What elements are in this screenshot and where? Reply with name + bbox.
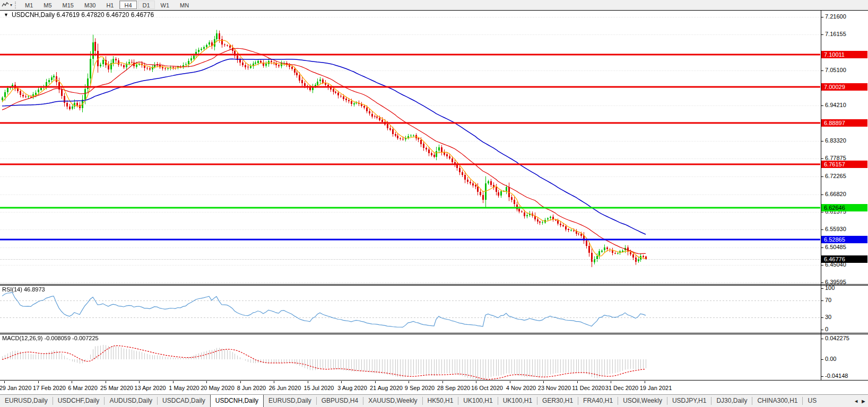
time-axis-label: 29 Jan 2020 [0, 385, 31, 391]
tab-eurusd-daily[interactable]: EURUSD,Daily [264, 395, 316, 407]
time-axis-label: 1 May 2020 [169, 385, 199, 391]
time-axis-label: 15 Jul 2020 [304, 385, 334, 391]
time-axis-label: 26 Jun 2020 [269, 385, 301, 391]
chart-tab-bar: EURUSD,DailyUSDCHF,DailyAUDUSD,DailyUSDC… [0, 394, 868, 407]
time-axis-tick [510, 381, 510, 383]
timeframe-button-mn[interactable]: MN [175, 1, 194, 9]
time-axis-tick [341, 381, 342, 383]
time-axis-tick [375, 381, 376, 383]
symbol-ohlc-text: USDCNH,Daily 6.47619 6.47820 6.46720 6.4… [12, 11, 154, 19]
time-axis-label: 17 Feb 2020 [33, 385, 66, 391]
time-axis[interactable]: 29 Jan 202017 Feb 20206 Mar 202025 Mar 2… [0, 381, 868, 394]
time-axis-label: 19 Jan 2021 [640, 385, 672, 391]
mt4-terminal: ▾ M1M5M15M30H1H4D1W1MN ▼USDCNH,Daily 6.4… [0, 0, 868, 407]
tab-china300-h1[interactable]: CHINA300,H1 [752, 395, 802, 407]
tab-dj30-daily[interactable]: DJ30,Daily [711, 395, 752, 407]
macd-label: MACD(12,26,9) -0.008059 -0.007225 [2, 335, 99, 341]
time-axis-tick [4, 381, 5, 383]
toolbar-grip[interactable] [15, 2, 17, 8]
chart-info-line: ▼USDCNH,Daily 6.47619 6.47820 6.46720 6.… [4, 11, 154, 19]
tab-usdcad-daily[interactable]: USDCAD,Daily [158, 395, 210, 407]
tab-uk100-h1[interactable]: UK100,H1 [458, 395, 497, 407]
time-axis-tick [645, 381, 645, 383]
time-axis-label: 28 Sep 2020 [437, 385, 470, 391]
tab-usdjpy-h1[interactable]: USDJPY,H1 [667, 395, 711, 407]
tab-scroll-arrows: ◄ ► [852, 395, 868, 407]
tab-xauusd-weekly[interactable]: XAUUSD,Weekly [363, 395, 422, 407]
time-axis-tick [308, 381, 308, 383]
macd-date-separator [0, 380, 868, 381]
time-axis-label: 16 Oct 2020 [471, 385, 503, 391]
rsi-macd-separator[interactable] [0, 333, 868, 333]
tab-audusd-daily[interactable]: AUDUSD,Daily [105, 395, 157, 407]
timeframe-button-h1[interactable]: H1 [101, 1, 118, 9]
time-axis-label: 25 Mar 2020 [100, 385, 133, 391]
time-axis-tick [611, 381, 611, 383]
time-axis-label: 4 Nov 2020 [506, 385, 536, 391]
macd-indicator-canvas[interactable] [0, 334, 820, 380]
time-axis-tick [106, 381, 106, 383]
time-axis-tick [38, 381, 39, 383]
tab-hk50-h1[interactable]: HK50,H1 [423, 395, 458, 407]
one-click-trading-arrow-icon[interactable]: ▼ [4, 12, 8, 17]
tab-scroll-right-icon[interactable]: ► [861, 398, 866, 404]
time-axis-label: 31 Dec 2020 [605, 385, 638, 391]
time-axis-tick [274, 381, 274, 383]
time-axis-tick [72, 381, 72, 383]
timeframe-button-m5[interactable]: M5 [39, 1, 56, 9]
timeframe-button-d1[interactable]: D1 [138, 1, 155, 9]
rsi-indicator-canvas[interactable] [0, 286, 820, 333]
tab-usdchf-daily[interactable]: USDCHF,Daily [53, 395, 105, 407]
time-axis-label: 3 Aug 2020 [337, 385, 367, 391]
tab-usoil-weekly[interactable]: USOil,Weekly [618, 395, 667, 407]
time-axis-tick [206, 381, 207, 383]
timeframe-button-m30[interactable]: M30 [80, 1, 100, 9]
tab-us[interactable]: US [803, 395, 817, 407]
tab-ger30-h1[interactable]: GER30,H1 [537, 395, 578, 407]
timeframe-button-h4[interactable]: H4 [119, 1, 136, 9]
time-axis-label: 21 Aug 2020 [370, 385, 403, 391]
time-axis-tick [543, 381, 544, 383]
time-axis-tick [173, 381, 173, 383]
price-chart-canvas[interactable] [0, 11, 820, 284]
tab-scroll-left-icon[interactable]: ◄ [854, 399, 858, 404]
price-axis-border [821, 10, 821, 381]
time-axis-tick [442, 381, 443, 383]
time-axis-tick [476, 381, 476, 383]
main-rsi-separator[interactable] [0, 284, 868, 285]
timeframe-button-m1[interactable]: M1 [20, 1, 38, 9]
chart-tool-icon[interactable] [1, 1, 10, 8]
tab-gbpusd-h4[interactable]: GBPUSD,H4 [317, 395, 363, 407]
time-axis-label: 8 Jun 2020 [237, 385, 266, 391]
tab-eurusd-daily[interactable]: EURUSD,Daily [0, 395, 53, 407]
rsi-label: RSI(14) 46.8973 [2, 286, 45, 293]
tab-uk100-h1[interactable]: UK100,H1 [498, 395, 537, 407]
time-axis-tick [409, 381, 409, 383]
dropdown-caret-icon[interactable]: ▾ [10, 3, 12, 7]
time-axis-tick [577, 381, 578, 383]
timeframe-button-m15[interactable]: M15 [58, 1, 79, 9]
time-axis-label: 9 Sep 2020 [405, 385, 435, 391]
timeframe-toolbar: ▾ M1M5M15M30H1H4D1W1MN [0, 0, 868, 10]
time-axis-label: 20 May 2020 [201, 385, 235, 391]
tab-fra40-h1[interactable]: FRA40,H1 [578, 395, 618, 407]
time-axis-label: 11 Dec 2020 [572, 385, 605, 391]
tab-usdcnh-daily[interactable]: USDCNH,Daily [210, 394, 264, 407]
time-axis-label: 13 Apr 2020 [134, 385, 166, 391]
timeframe-buttons: M1M5M15M30H1H4D1W1MN [20, 1, 194, 9]
time-axis-label: 6 Mar 2020 [68, 385, 98, 391]
time-axis-label: 23 Nov 2020 [538, 385, 571, 391]
time-axis-tick [240, 381, 241, 383]
time-axis-tick [139, 381, 140, 383]
timeframe-button-w1[interactable]: W1 [156, 1, 175, 9]
